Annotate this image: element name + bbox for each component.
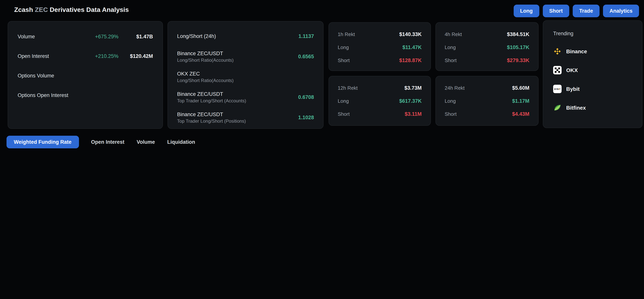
okx-ls-accounts-label: OKX ZEC — [177, 71, 314, 76]
binance-top-positions-sub: Top Trader Long/Short (Positions) — [177, 118, 298, 124]
binance-top-accounts-row: Binance ZEC/USDT Top Trader Long/Short (… — [168, 87, 323, 107]
bybit-icon: BYBIT — [553, 84, 562, 93]
binance-top-accounts-value: 0.6708 — [298, 94, 314, 100]
binance-ls-accounts-value: 0.6565 — [298, 54, 314, 60]
market-stats-card: Volume +675.29% $1.47B Open Interest +21… — [8, 21, 163, 129]
svg-text:BYBIT: BYBIT — [554, 88, 560, 90]
rekt-12h-long-value: $617.37K — [399, 98, 422, 104]
rekt-1h-label: 1h Rekt — [338, 31, 355, 37]
header-actions: Long Short Trade Analytics — [514, 4, 639, 17]
options-volume-row: Options Volume — [8, 66, 162, 86]
trending-card: Trending Binance OKX BYBIT Bybit — [543, 20, 642, 128]
open-interest-change: +210.25% — [78, 53, 118, 59]
rekt-4h-long-label: Long — [445, 44, 456, 50]
derivatives-dashboard: Zcash ZEC Derivatives Data Analysis Long… — [0, 0, 644, 150]
open-interest-label: Open Interest — [18, 53, 78, 59]
bitfinex-icon — [553, 103, 562, 112]
tab-open-interest[interactable]: Open Interest — [91, 139, 124, 145]
rekt-1h-long-value: $11.47K — [402, 44, 422, 50]
trending-name-bybit: Bybit — [566, 86, 580, 92]
volume-value: $1.47B — [118, 34, 153, 40]
trending-item-okx[interactable]: OKX — [543, 60, 642, 79]
okx-ls-accounts-row: OKX ZEC Long/Short Ratio(Accounts) — [168, 67, 323, 87]
rekt-24h-label: 24h Rekt — [445, 85, 464, 91]
tab-volume[interactable]: Volume — [137, 139, 155, 145]
rekt-1h-card: 1h Rekt$140.33K Long$11.47K Short$128.87… — [328, 22, 431, 71]
binance-top-positions-label: Binance ZEC/USDT — [177, 111, 298, 117]
okx-ls-accounts-sub: Long/Short Ratio(Accounts) — [177, 78, 314, 83]
binance-icon — [553, 47, 562, 56]
trade-button[interactable]: Trade — [573, 4, 600, 17]
rekt-12h-short-value: $3.11M — [404, 111, 422, 117]
rekt-24h-total: $5.60M — [512, 85, 530, 91]
options-open-interest-row: Options Open Interest — [8, 86, 162, 105]
trending-name-binance: Binance — [566, 48, 587, 54]
rekt-1h-total: $140.33K — [399, 31, 422, 37]
volume-label: Volume — [18, 34, 78, 40]
binance-top-positions-row: Binance ZEC/USDT Top Trader Long/Short (… — [168, 107, 323, 128]
trending-title: Trending — [543, 28, 642, 42]
rekt-4h-short-label: Short — [445, 57, 456, 63]
rekt-12h-total: $3.73M — [404, 85, 422, 91]
binance-top-accounts-label: Binance ZEC/USDT — [177, 91, 298, 97]
binance-ls-accounts-row: Binance ZEC/USDT Long/Short Ratio(Accoun… — [168, 46, 323, 67]
page-title: Zcash ZEC Derivatives Data Analysis — [14, 6, 129, 14]
rekt-24h-long-label: Long — [445, 98, 456, 104]
short-button[interactable]: Short — [542, 4, 569, 17]
trending-name-bitfinex: Bitfinex — [566, 104, 586, 110]
rekt-4h-long-value: $105.17K — [507, 44, 530, 50]
open-interest-row: Open Interest +210.25% $120.42M — [8, 46, 162, 66]
trending-item-bybit[interactable]: BYBIT Bybit — [543, 79, 642, 98]
options-volume-label: Options Volume — [18, 73, 78, 78]
trending-item-bitfinex[interactable]: Bitfinex — [543, 98, 642, 117]
tab-liquidation[interactable]: Liquidation — [167, 139, 195, 145]
title-rest: Derivatives Data Analysis — [50, 6, 129, 14]
rekt-24h-short-value: $4.43M — [512, 111, 530, 117]
volume-change: +675.29% — [78, 34, 118, 40]
rekt-4h-label: 4h Rekt — [445, 31, 462, 37]
ls-24h-value: 1.1137 — [298, 33, 314, 39]
coin-symbol: ZEC — [35, 6, 48, 14]
coin-name: Zcash — [14, 6, 33, 14]
rekt-24h-card: 24h Rekt$5.60M Long$1.17M Short$4.43M — [436, 76, 538, 126]
options-open-interest-label: Options Open Interest — [18, 92, 78, 98]
volume-row: Volume +675.29% $1.47B — [8, 27, 162, 46]
ls-24h-row: Long/Short (24h) 1.1137 — [168, 26, 323, 46]
rekt-4h-card: 4h Rekt$384.51K Long$105.17K Short$279.3… — [436, 22, 538, 71]
binance-ls-accounts-sub: Long/Short Ratio(Accounts) — [177, 57, 298, 63]
trending-item-binance[interactable]: Binance — [543, 42, 642, 60]
rekt-24h-short-label: Short — [445, 111, 456, 117]
rekt-1h-short-value: $128.87K — [399, 57, 422, 63]
rekt-24h-long-value: $1.17M — [512, 98, 530, 104]
rekt-1h-long-label: Long — [338, 44, 349, 50]
binance-top-positions-value: 1.1028 — [298, 114, 314, 120]
analytics-button[interactable]: Analytics — [603, 4, 639, 17]
ls-24h-label: Long/Short (24h) — [177, 33, 298, 39]
rekt-1h-short-label: Short — [338, 57, 350, 63]
tab-weighted-funding-rate[interactable]: Weighted Funding Rate — [6, 136, 79, 148]
binance-top-accounts-sub: Top Trader Long/Short (Accounts) — [177, 98, 298, 103]
rekt-4h-short-value: $279.33K — [507, 57, 530, 63]
binance-ls-accounts-label: Binance ZEC/USDT — [177, 50, 298, 56]
rekt-4h-total: $384.51K — [507, 31, 530, 37]
okx-icon — [553, 66, 562, 74]
long-short-ratio-card: Long/Short (24h) 1.1137 Binance ZEC/USDT… — [168, 21, 324, 129]
trending-name-okx: OKX — [566, 67, 578, 73]
long-button[interactable]: Long — [514, 4, 539, 17]
rekt-12h-card: 12h Rekt$3.73M Long$617.37K Short$3.11M — [328, 76, 431, 126]
open-interest-value: $120.42M — [118, 53, 153, 59]
rekt-12h-short-label: Short — [338, 111, 350, 117]
rekt-12h-label: 12h Rekt — [338, 85, 358, 91]
section-tabs: Weighted Funding Rate Open Interest Volu… — [6, 136, 195, 148]
rekt-12h-long-label: Long — [338, 98, 349, 104]
